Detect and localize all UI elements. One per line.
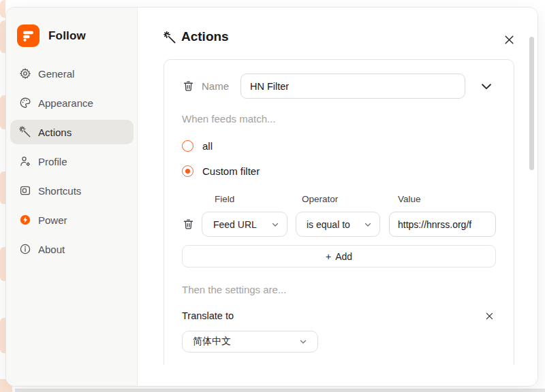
- name-label: Name: [202, 80, 229, 92]
- scroll-viewport: Name When feeds match... all: [138, 52, 538, 365]
- chevron-down-icon[interactable]: [479, 79, 494, 94]
- field-select-value: Feed URL: [213, 219, 270, 230]
- palette-icon: [19, 97, 31, 109]
- background-divider: [15, 389, 545, 392]
- magic-wand-icon: [19, 126, 31, 138]
- sidebar-item-shortcuts[interactable]: Shortcuts: [10, 178, 134, 203]
- background-list-item: [0, 247, 5, 281]
- delete-filter-row-icon[interactable]: [183, 218, 194, 230]
- add-button-label: Add: [335, 251, 352, 262]
- sidebar-item-power[interactable]: Power: [10, 208, 134, 232]
- user-gear-icon: [19, 155, 31, 167]
- sidebar-item-about[interactable]: About: [10, 237, 134, 261]
- translate-to-label: Translate to: [182, 310, 234, 321]
- background-list-item: [0, 95, 5, 129]
- sidebar-item-label: Shortcuts: [38, 185, 81, 197]
- sidebar-item-label: Actions: [38, 127, 72, 138]
- sidebar-item-label: General: [38, 68, 74, 80]
- background-list-item: [0, 318, 5, 353]
- chevron-down-icon: [298, 337, 308, 346]
- operator-select[interactable]: is equal to: [296, 212, 380, 237]
- value-input[interactable]: [389, 212, 496, 237]
- background-list-item: [0, 0, 5, 18]
- chevron-down-icon: [363, 220, 373, 229]
- background-list-item: [0, 172, 5, 204]
- page-title: Actions: [181, 29, 229, 44]
- when-section-label: When feeds match...: [182, 113, 276, 125]
- remove-setting-icon[interactable]: [483, 310, 495, 322]
- sidebar-item-actions[interactable]: Actions: [10, 120, 134, 144]
- settings-nav: General Appearance: [10, 61, 134, 266]
- sidebar-item-label: About: [38, 244, 65, 255]
- column-header-operator: Operator: [302, 194, 338, 204]
- then-section-label: Then the settings are...: [182, 284, 286, 295]
- action-name-input[interactable]: [240, 74, 465, 99]
- sidebar-item-general[interactable]: General: [10, 61, 134, 86]
- close-icon[interactable]: [501, 31, 517, 48]
- radio-option-custom-filter[interactable]: Custom filter: [182, 165, 260, 177]
- radio-label: all: [202, 140, 213, 152]
- app-logo: Follow: [17, 24, 86, 47]
- follow-logo-icon: [17, 24, 40, 47]
- translate-language-value: 简体中文: [193, 336, 298, 348]
- sidebar-item-label: Power: [38, 214, 67, 226]
- column-header-value: Value: [398, 194, 421, 204]
- radio-selected-icon: [182, 165, 193, 177]
- sidebar-item-label: Appearance: [38, 97, 93, 109]
- sidebar-item-label: Profile: [38, 156, 67, 167]
- settings-modal: Follow General: [5, 7, 538, 387]
- action-card: Name When feeds match... all: [164, 59, 514, 365]
- add-filter-button[interactable]: + Add: [182, 245, 496, 267]
- gear-icon: [19, 67, 31, 80]
- settings-sidebar: Follow General: [6, 7, 138, 386]
- radio-label: Custom filter: [202, 165, 260, 177]
- delete-action-icon[interactable]: [183, 80, 194, 92]
- chevron-down-icon: [270, 220, 280, 229]
- scrollbar-thumb[interactable]: [529, 37, 534, 170]
- sidebar-item-profile[interactable]: Profile: [10, 149, 134, 174]
- settings-content: Actions Name: [138, 7, 538, 386]
- magic-wand-icon: [164, 31, 176, 44]
- translate-language-select[interactable]: 简体中文: [182, 331, 318, 353]
- power-lightning-icon: [19, 214, 31, 226]
- app-background: Follow General: [0, 0, 545, 392]
- plus-icon: +: [326, 251, 331, 262]
- operator-select-value: is equal to: [307, 219, 363, 230]
- field-select[interactable]: Feed URL: [202, 212, 287, 237]
- column-header-field: Field: [215, 194, 234, 204]
- radio-option-all[interactable]: all: [182, 140, 213, 152]
- app-title: Follow: [48, 29, 86, 43]
- sidebar-item-appearance[interactable]: Appearance: [10, 91, 134, 115]
- radio-icon: [182, 140, 193, 152]
- keyboard-icon: [19, 184, 31, 197]
- info-icon: [19, 243, 31, 255]
- background-list-item: [0, 20, 5, 53]
